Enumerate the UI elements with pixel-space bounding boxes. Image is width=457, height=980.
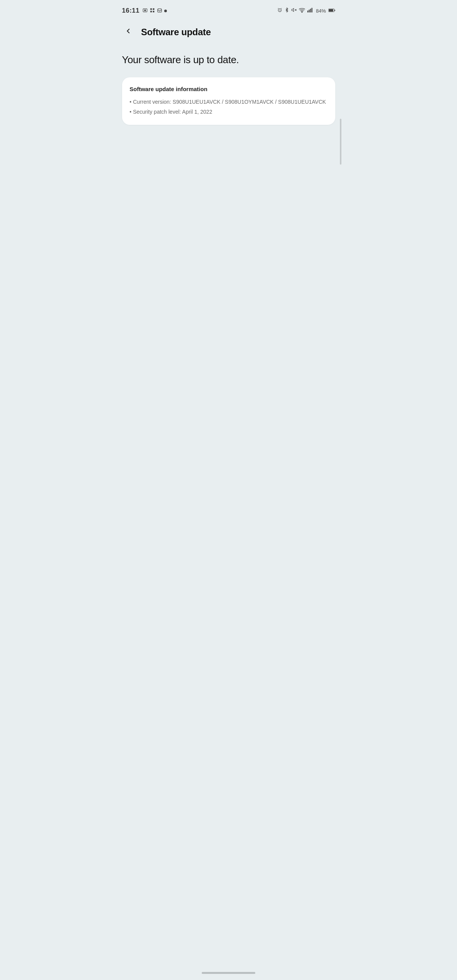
svg-point-10: [302, 12, 302, 13]
version-line: • Current version: S908U1UEU1AVCK / S908…: [130, 98, 328, 107]
svg-rect-14: [312, 8, 312, 12]
svg-rect-4: [150, 11, 152, 12]
software-info-card: Software update information • Current ve…: [122, 77, 335, 125]
photo-icon: [142, 8, 148, 14]
main-content: Your software is up to date. Software up…: [114, 47, 343, 131]
info-card-title: Software update information: [130, 86, 328, 92]
svg-rect-17: [334, 10, 335, 11]
mute-icon: [291, 7, 297, 14]
grid-icon: [150, 8, 155, 14]
status-icons-left: [142, 8, 167, 14]
app-header: Software update: [114, 20, 343, 47]
battery-percent: 84%: [316, 8, 326, 14]
svg-rect-11: [307, 11, 308, 13]
inbox-icon: [157, 8, 162, 14]
security-patch-text: Security patch level: April 1, 2022: [133, 108, 212, 117]
security-patch-line: • Security patch level: April 1, 2022: [130, 108, 328, 117]
status-bar: 16:11: [114, 0, 343, 20]
back-button[interactable]: [121, 24, 136, 40]
status-time: 16:11: [122, 7, 140, 15]
status-bar-left: 16:11: [122, 7, 167, 15]
svg-rect-3: [153, 8, 155, 10]
notification-dot: [164, 10, 167, 12]
security-bullet: •: [130, 108, 132, 117]
svg-point-1: [144, 9, 146, 11]
bluetooth-icon: [285, 7, 289, 14]
battery-icon: [328, 7, 335, 14]
scroll-indicator: [340, 119, 341, 165]
alarm-icon: [277, 7, 282, 14]
page-title: Software update: [141, 27, 211, 38]
svg-rect-2: [150, 8, 152, 10]
svg-marker-7: [292, 8, 294, 11]
svg-rect-16: [328, 9, 333, 11]
back-icon: [124, 27, 132, 37]
signal-icon: [307, 7, 313, 14]
status-bar-right: 84%: [277, 7, 335, 14]
svg-rect-12: [309, 10, 310, 12]
svg-rect-13: [310, 9, 311, 13]
wifi-icon: [299, 7, 305, 14]
version-bullet: •: [130, 98, 132, 107]
update-status-text: Your software is up to date.: [122, 54, 335, 67]
svg-rect-5: [153, 11, 155, 12]
version-text: Current version: S908U1UEU1AVCK / S908U1…: [133, 98, 326, 107]
